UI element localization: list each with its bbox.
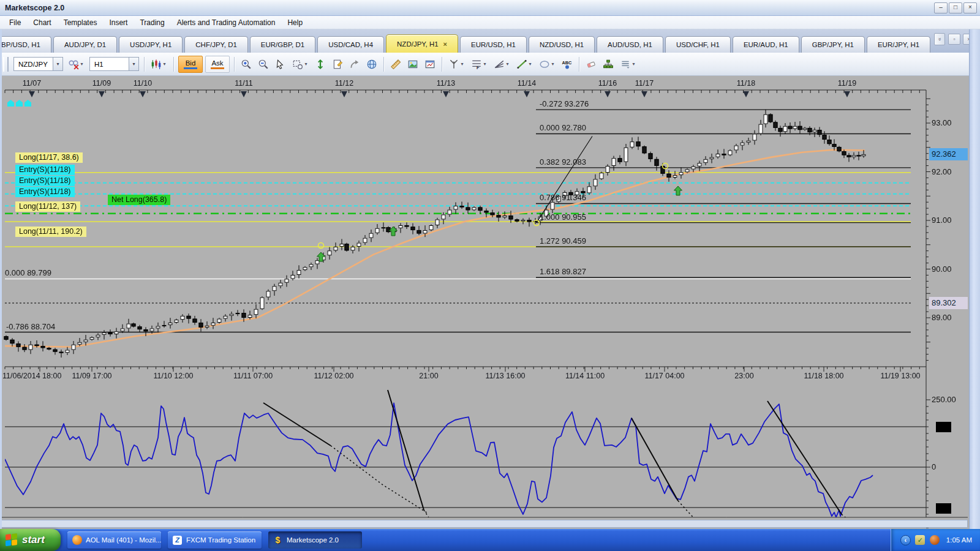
- menu-item-help[interactable]: Help: [281, 17, 309, 29]
- ask-toggle[interactable]: Ask: [205, 56, 230, 73]
- text-label-button[interactable]: ABC: [559, 56, 575, 73]
- eraser-button[interactable]: [583, 56, 599, 73]
- task-marketscope[interactable]: $Marketscope 2.0: [268, 531, 362, 549]
- chart-tabs: BP/USD, H1AUD/JPY, D1USD/JPY, H1CHF/JPY,…: [0, 34, 932, 53]
- chart-type-button[interactable]: ▾: [148, 56, 170, 73]
- fan-lines-button[interactable]: ▾: [491, 56, 513, 73]
- taskbar-tasks: AOL Mail (401) - Mozil...ZFXCM Trading S…: [61, 531, 362, 549]
- tab-label: USD/JPY, H1: [130, 41, 172, 48]
- tab-gbp-jpy-h1[interactable]: GBP/JPY, H1: [801, 36, 865, 53]
- web-button[interactable]: [364, 56, 380, 73]
- x-axis-bottom-label: 11/19 13:00: [862, 372, 938, 380]
- x-axis-bottom-label: 11/18 18:00: [786, 372, 862, 380]
- bid-toggle[interactable]: Bid: [178, 56, 203, 73]
- menu-item-insert[interactable]: Insert: [103, 17, 134, 29]
- trade-marker-label[interactable]: Entry(S)(11/18): [15, 176, 75, 186]
- trade-marker-label[interactable]: Entry(S)(11/18): [15, 187, 75, 197]
- box-zoom-button[interactable]: ▾: [290, 56, 311, 73]
- line-style-button[interactable]: ▾: [617, 56, 639, 73]
- menu-item-file[interactable]: File: [3, 17, 27, 29]
- tab-label: NZD/USD, H1: [540, 41, 584, 48]
- minimize-button[interactable]: –: [934, 2, 948, 13]
- close-button[interactable]: ×: [963, 2, 977, 13]
- symbol-select-dropdown-icon[interactable]: ▾: [53, 58, 62, 70]
- ruler-button[interactable]: [388, 56, 404, 73]
- window-frame-left: [0, 29, 2, 529]
- trade-marker-label[interactable]: Long(11/17, 38.6): [15, 152, 83, 163]
- tab-close-icon[interactable]: ×: [443, 40, 447, 48]
- dropdown-arrow-icon[interactable]: ▾: [505, 61, 510, 67]
- firefox-icon: [72, 535, 82, 545]
- dropdown-arrow-icon[interactable]: ▾: [303, 61, 309, 67]
- strategy-button[interactable]: [600, 56, 616, 73]
- trade-marker-label[interactable]: Long(11/11, 190.2): [15, 227, 86, 237]
- window-frame-right[interactable]: [969, 29, 980, 529]
- insert-image-button[interactable]: [405, 56, 421, 73]
- start-button[interactable]: start: [0, 529, 61, 551]
- window-controls: – □ ×: [934, 2, 977, 13]
- menu-item-trading[interactable]: Trading: [134, 17, 170, 29]
- tab-chf-jpy-d1[interactable]: CHF/JPY, D1: [184, 36, 248, 53]
- unlink-symbol-button[interactable]: ▾: [66, 56, 87, 73]
- tab-eur-usd-h1[interactable]: EUR/USD, H1: [460, 36, 527, 53]
- tab-usd-chf-h1[interactable]: USD/CHF, H1: [665, 36, 731, 53]
- period-select-dropdown-icon[interactable]: ▾: [129, 58, 138, 70]
- trade-marker-label[interactable]: Net Long(365.8): [108, 195, 170, 205]
- edit-note-button[interactable]: [330, 56, 345, 73]
- tab-nzd-usd-h1[interactable]: NZD/USD, H1: [529, 36, 595, 53]
- fxcm-icon: Z: [172, 535, 183, 545]
- symbol-select[interactable]: NZD/JPY▾: [13, 57, 63, 71]
- dropdown-arrow-icon[interactable]: ▾: [459, 61, 465, 67]
- trade-marker-label[interactable]: Entry(S)(11/18): [15, 165, 75, 175]
- dropdown-arrow-icon[interactable]: ▾: [482, 61, 488, 67]
- pitchfork-button[interactable]: ▾: [446, 56, 467, 73]
- tab-label: USD/CAD, H4: [328, 41, 373, 48]
- tab-scroll-chevron-icon[interactable]: «: [934, 33, 945, 45]
- price-tick-label: 89.00: [932, 313, 952, 322]
- tab-eur-aud-h1[interactable]: EUR/AUD, H1: [733, 36, 799, 53]
- share-button[interactable]: [347, 56, 363, 73]
- tab-nzd-jpy-h1[interactable]: NZD/JPY, H1×: [386, 34, 458, 53]
- dropdown-arrow-icon[interactable]: ▾: [631, 61, 636, 67]
- dropdown-arrow-icon[interactable]: ▾: [162, 61, 167, 67]
- tab-bp-usd-h1[interactable]: BP/USD, H1: [0, 36, 51, 53]
- menu-item-alerts-and-trading-automation[interactable]: Alerts and Trading Automation: [171, 17, 282, 29]
- restore-chart-button[interactable]: ▫: [948, 34, 960, 45]
- tab-eur-gbp-d1[interactable]: EUR/GBP, D1: [250, 36, 315, 53]
- zoom-in-button[interactable]: [238, 56, 254, 73]
- dropdown-arrow-icon[interactable]: ▾: [79, 61, 85, 67]
- pointer-button[interactable]: [273, 56, 288, 73]
- ellipse-button[interactable]: ▾: [537, 56, 558, 73]
- security-icon[interactable]: ✓: [915, 535, 925, 545]
- title-bar[interactable]: Marketscope 2.0 – □ ×: [0, 0, 980, 16]
- task-fxcm[interactable]: ZFXCM Trading Station: [168, 531, 262, 549]
- tab-aud-usd-h1[interactable]: AUD/USD, H1: [597, 36, 663, 53]
- x-axis-bottom-label: 23:00: [706, 372, 782, 380]
- trade-marker-label[interactable]: Long(11/12, 137): [15, 201, 80, 212]
- messenger-icon[interactable]: [930, 535, 940, 545]
- tab-label: GBP/JPY, H1: [812, 41, 854, 48]
- fibonacci-button[interactable]: F▾: [469, 56, 490, 73]
- current-price-badge: 92.362: [929, 148, 968, 160]
- window-title: Marketscope 2.0: [5, 4, 64, 12]
- fit-vertical-button[interactable]: [312, 56, 328, 73]
- tab-usd-jpy-h1[interactable]: USD/JPY, H1: [119, 36, 183, 53]
- menu-item-templates[interactable]: Templates: [58, 17, 104, 29]
- tab-eur-jpy-h1[interactable]: EUR/JPY, H1: [867, 36, 930, 53]
- tab-aud-jpy-d1[interactable]: AUD/JPY, D1: [53, 36, 117, 53]
- toolbar-grip[interactable]: [3, 57, 9, 72]
- hide-icons-chevron-icon[interactable]: ‹: [900, 535, 911, 545]
- maximize-button[interactable]: □: [949, 2, 962, 13]
- dropdown-arrow-icon[interactable]: ▾: [550, 61, 556, 67]
- task-firefox[interactable]: AOL Mail (401) - Mozil...: [67, 531, 161, 549]
- new-window-button[interactable]: [422, 56, 438, 73]
- dropdown-arrow-icon[interactable]: ▾: [527, 61, 533, 67]
- period-select[interactable]: H1▾: [89, 57, 139, 71]
- bid-label: Bid: [186, 59, 196, 67]
- menu-item-chart[interactable]: Chart: [27, 17, 57, 29]
- system-tray: ‹ ✓ 1:05 AM: [891, 529, 980, 551]
- trendline-button[interactable]: ▾: [514, 56, 535, 73]
- zoom-out-button[interactable]: [255, 56, 271, 73]
- price-chart-canvas[interactable]: [0, 76, 969, 529]
- tab-usd-cad-h4[interactable]: USD/CAD, H4: [317, 36, 384, 53]
